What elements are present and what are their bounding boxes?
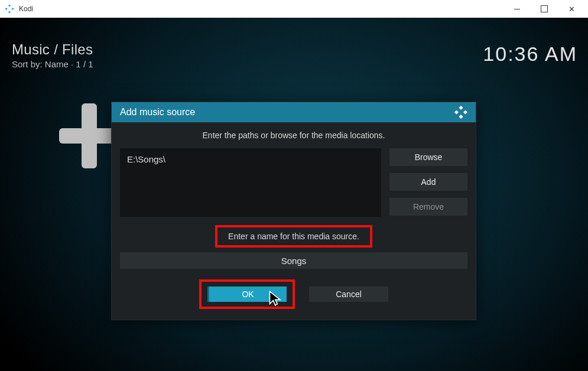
breadcrumb-sort: Sort by: Name · 1 / 1	[12, 59, 93, 69]
name-label: Enter a name for this media source.	[228, 232, 359, 241]
app-window: Kodi Music / Files Sort by: Name · 1 / 1…	[0, 0, 588, 371]
svg-rect-4	[459, 106, 463, 110]
close-window-button[interactable]	[563, 3, 580, 15]
window-controls	[509, 3, 580, 15]
dialog-title: Add music source	[120, 107, 195, 118]
svg-rect-6	[454, 110, 459, 114]
ok-button[interactable]: OK	[207, 287, 287, 302]
breadcrumb: Music / Files Sort by: Name · 1 / 1	[12, 41, 93, 69]
svg-rect-5	[459, 115, 463, 119]
svg-rect-7	[463, 110, 467, 114]
cancel-button[interactable]: Cancel	[309, 287, 388, 302]
app-title: Kodi	[19, 5, 509, 13]
svg-rect-2	[5, 8, 7, 10]
kodi-main-area: Music / Files Sort by: Name · 1 / 1 10:3…	[0, 18, 588, 371]
minimize-button[interactable]	[509, 3, 525, 15]
source-name-value: Songs	[281, 256, 307, 266]
paths-input[interactable]: E:\Songs\	[120, 148, 381, 217]
source-name-input[interactable]: Songs	[120, 252, 467, 269]
name-label-highlight: Enter a name for this media source.	[215, 225, 372, 248]
path-entry: E:\Songs\	[127, 154, 165, 164]
kodi-app-icon	[5, 4, 14, 14]
svg-rect-3	[11, 8, 14, 10]
svg-rect-1	[8, 11, 11, 13]
dialog-header: Add music source	[112, 102, 476, 122]
svg-rect-0	[8, 4, 11, 6]
kodi-logo-icon	[454, 106, 467, 119]
add-button[interactable]: Add	[389, 173, 467, 191]
clock: 10:36 AM	[483, 43, 577, 66]
titlebar: Kodi	[0, 0, 588, 18]
maximize-button[interactable]	[536, 3, 553, 15]
ok-button-highlight: OK	[199, 279, 295, 309]
dialog-description: Enter the paths or browse for the media …	[120, 131, 467, 140]
remove-button: Remove	[389, 198, 467, 216]
add-music-source-dialog: Add music source Enter the paths or brow…	[111, 102, 476, 320]
breadcrumb-path: Music / Files	[12, 41, 93, 58]
browse-button[interactable]: Browse	[389, 148, 467, 166]
add-source-plus-icon[interactable]	[59, 103, 118, 168]
